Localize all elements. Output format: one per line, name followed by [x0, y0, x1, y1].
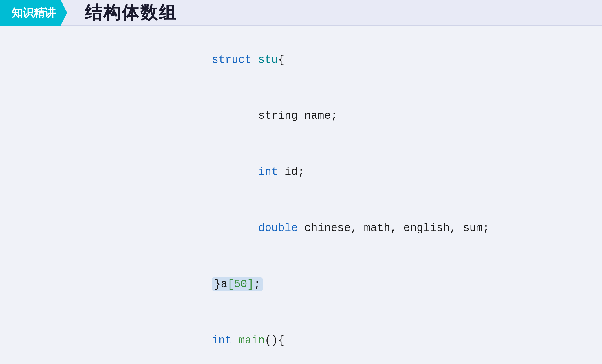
arrow-label-container: 结构体数组: [0, 127, 3, 143]
arrow-icon: [0, 131, 3, 140]
code-line-4: double chinese, math, english, sum;: [113, 200, 489, 256]
code-line-1: struct stu{: [113, 32, 489, 88]
main-code-block: struct stu{ string name; int id; double …: [113, 32, 489, 364]
kw-int-1: int: [258, 166, 278, 178]
content-wrapper: 结构体数组 struct stu{ string name; int id; d…: [0, 26, 602, 364]
highlight-a50: }a[50];: [212, 277, 263, 291]
page-title: 结构体数组: [85, 1, 177, 25]
kw-struct: struct: [212, 54, 252, 66]
code-line-2: string name;: [113, 88, 489, 144]
kw-stu: stu: [258, 54, 278, 66]
kw-double: double: [258, 222, 298, 234]
code-line-3: int id;: [113, 144, 489, 200]
code-line-5: }a[50];: [113, 256, 489, 312]
center-code-area: 结构体数组 struct stu{ string name; int id; d…: [0, 26, 602, 364]
badge-text: 知识精讲: [12, 6, 56, 20]
kw-main: main: [238, 334, 265, 347]
code-line-6: int main(){: [113, 312, 489, 364]
header-badge: 知识精讲: [0, 0, 67, 26]
kw-int-2: int: [212, 334, 232, 347]
header: 知识精讲 结构体数组: [0, 0, 602, 26]
